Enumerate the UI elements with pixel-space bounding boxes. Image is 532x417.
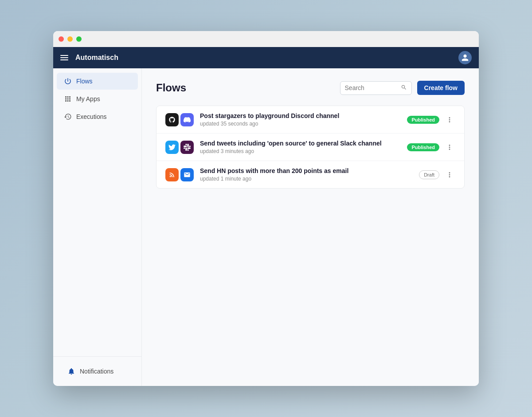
flow-status: Published	[407, 142, 455, 152]
flows-icon	[64, 77, 72, 85]
sidebar-item-flows[interactable]: Flows	[57, 73, 138, 90]
flow-name[interactable]: Post stargazers to playground Discord ch…	[200, 112, 401, 119]
page-title: Flows	[156, 82, 186, 94]
github-icon	[165, 113, 179, 126]
main-content: Flows Create flow	[142, 68, 479, 386]
slack-icon	[180, 141, 194, 154]
flow-icons	[165, 113, 194, 126]
email-icon	[180, 168, 194, 181]
discord-icon	[180, 113, 194, 126]
flow-info: Send tweets including 'open source' to g…	[200, 140, 401, 154]
search-input[interactable]	[345, 84, 398, 91]
sidebar-bottom: Notifications	[53, 356, 141, 386]
search-box	[340, 81, 412, 95]
header-actions: Create flow	[340, 81, 465, 95]
titlebar	[53, 31, 479, 47]
status-badge: Draft	[419, 170, 439, 179]
sidebar-item-notifications[interactable]: Notifications	[60, 363, 134, 380]
flow-meta: updated 3 minutes ago	[200, 148, 401, 154]
app-window: Automatisch Flows	[53, 31, 479, 386]
sidebar-myapps-label: My Apps	[76, 95, 100, 102]
user-avatar[interactable]	[458, 51, 472, 64]
app-title: Automatisch	[75, 54, 451, 62]
topnav: Automatisch	[53, 47, 479, 68]
sidebar-flows-label: Flows	[76, 78, 93, 85]
sidebar: Flows My Apps Exec	[53, 68, 142, 386]
sidebar-executions-label: Executions	[76, 113, 106, 120]
flow-item: Send tweets including 'open source' to g…	[156, 134, 464, 161]
flow-status: Published	[407, 115, 455, 125]
sidebar-item-executions[interactable]: Executions	[57, 108, 138, 125]
notifications-label: Notifications	[80, 368, 113, 375]
close-button[interactable]	[59, 36, 64, 42]
more-options-button[interactable]	[444, 115, 455, 125]
flow-name[interactable]: Send HN posts with more than 200 points …	[200, 167, 413, 174]
flow-info: Send HN posts with more than 200 points …	[200, 167, 413, 182]
more-options-button[interactable]	[444, 142, 455, 152]
flow-meta: updated 35 seconds ago	[200, 121, 401, 127]
flow-item: Post stargazers to playground Discord ch…	[156, 106, 464, 134]
rss-icon	[165, 168, 179, 181]
content-header: Flows Create flow	[156, 81, 465, 95]
flow-list: Post stargazers to playground Discord ch…	[156, 106, 465, 189]
sidebar-item-myapps[interactable]: My Apps	[57, 90, 138, 107]
flow-icons	[165, 168, 194, 181]
main-layout: Flows My Apps Exec	[53, 68, 479, 386]
maximize-button[interactable]	[76, 36, 82, 42]
flow-status: Draft	[419, 170, 455, 180]
flow-name[interactable]: Send tweets including 'open source' to g…	[200, 140, 401, 147]
flow-icons	[165, 141, 194, 154]
flow-info: Post stargazers to playground Discord ch…	[200, 112, 401, 127]
more-options-button[interactable]	[444, 170, 455, 180]
minimize-button[interactable]	[67, 36, 73, 42]
status-badge: Published	[407, 143, 439, 151]
executions-icon	[64, 113, 72, 121]
sidebar-nav: Flows My Apps Exec	[53, 72, 141, 356]
flow-meta: updated 1 minute ago	[200, 176, 413, 182]
create-flow-button[interactable]: Create flow	[417, 81, 465, 95]
search-icon	[401, 84, 407, 92]
hamburger-menu[interactable]	[60, 55, 68, 60]
flow-item: Send HN posts with more than 200 points …	[156, 161, 464, 188]
twitter-icon	[165, 141, 179, 154]
status-badge: Published	[407, 116, 439, 124]
apps-icon	[64, 95, 72, 103]
bell-icon	[67, 367, 75, 375]
